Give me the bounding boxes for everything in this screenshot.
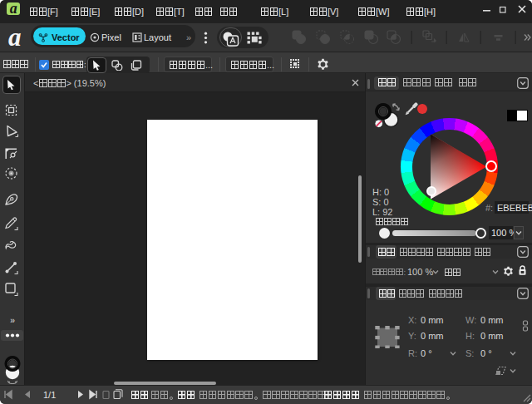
svg-text:a: a: [10, 2, 17, 15]
